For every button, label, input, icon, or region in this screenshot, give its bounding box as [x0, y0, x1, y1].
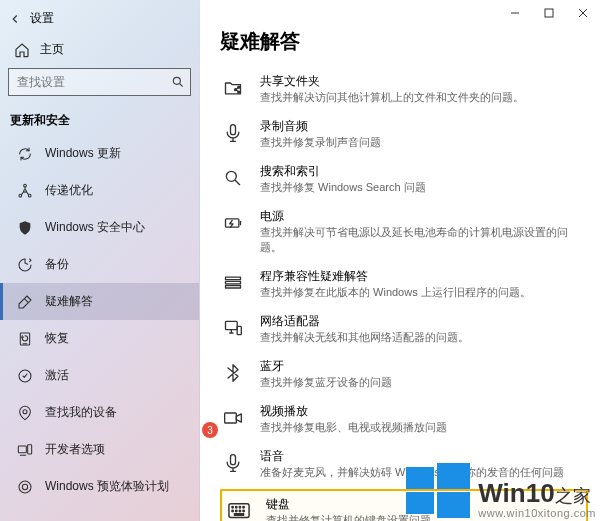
- sidebar-item-find[interactable]: 查找我的设备: [0, 394, 199, 431]
- troubleshooter-video[interactable]: 视频播放 查找并修复电影、电视或视频播放问题: [220, 399, 588, 440]
- microphone-icon: [220, 120, 246, 146]
- svg-point-28: [232, 507, 233, 508]
- svg-rect-17: [231, 125, 236, 135]
- maximize-button[interactable]: [532, 0, 566, 26]
- app-title: 设置: [30, 10, 54, 27]
- troubleshooter-title: 搜索和索引: [260, 164, 582, 180]
- troubleshooter-title: 蓝牙: [260, 359, 582, 375]
- svg-rect-36: [234, 514, 243, 515]
- sidebar-item-label: 激活: [45, 367, 69, 384]
- troubleshooter-title: 共享文件夹: [260, 74, 582, 90]
- sidebar-item-activation[interactable]: 激活: [0, 357, 199, 394]
- network-icon: [220, 315, 246, 341]
- home-button[interactable]: 主页: [0, 33, 199, 68]
- window-controls: [498, 0, 600, 26]
- compat-icon: [220, 270, 246, 296]
- sidebar-item-label: 查找我的设备: [45, 404, 117, 421]
- sidebar-item-troubleshoot[interactable]: 疑难解答: [0, 283, 199, 320]
- troubleshooter-microphone[interactable]: 录制音频 查找并修复录制声音问题: [220, 114, 588, 155]
- troubleshooter-title: 录制音频: [260, 119, 582, 135]
- home-icon: [14, 42, 30, 58]
- dev-icon: [17, 442, 33, 458]
- troubleshooter-title: 程序兼容性疑难解答: [260, 269, 582, 285]
- troubleshooter-power[interactable]: 电源 查找并解决可节省电源以及延长电池寿命的计算机电源设置的问题。: [220, 204, 588, 260]
- troubleshooter-desc: 查找并解决访问其他计算机上的文件和文件夹的问题。: [260, 90, 582, 105]
- svg-rect-21: [226, 282, 241, 285]
- sidebar-item-label: 传递优化: [45, 182, 93, 199]
- troubleshooter-folder-share[interactable]: 共享文件夹 查找并解决访问其他计算机上的文件和文件夹的问题。: [220, 69, 588, 110]
- sidebar-item-backup[interactable]: 备份: [0, 246, 199, 283]
- page-title: 疑难解答: [220, 28, 588, 55]
- sidebar-item-label: Windows 安全中心: [45, 219, 145, 236]
- troubleshooter-desc: 查找并修复 Windows Search 问题: [260, 180, 582, 195]
- troubleshooter-title: 电源: [260, 209, 582, 225]
- sidebar-item-delivery[interactable]: 传递优化: [0, 172, 199, 209]
- svg-point-18: [226, 171, 236, 181]
- svg-rect-13: [545, 9, 553, 17]
- svg-rect-8: [18, 446, 26, 453]
- troubleshooter-desc: 查找并修复电影、电视或视频播放问题: [260, 420, 582, 435]
- win10-logo-icon: [406, 461, 470, 519]
- search-icon: [220, 165, 246, 191]
- close-button[interactable]: [566, 0, 600, 26]
- titlebar: 设置: [0, 0, 199, 33]
- backup-icon: [17, 257, 33, 273]
- troubleshooter-desc: 查找并修复蓝牙设备的问题: [260, 375, 582, 390]
- svg-point-11: [22, 484, 27, 489]
- svg-rect-39: [406, 492, 434, 514]
- delivery-icon: [17, 183, 33, 199]
- svg-point-3: [28, 194, 31, 197]
- svg-point-0: [173, 77, 180, 84]
- keyboard-icon: [226, 498, 252, 521]
- svg-point-33: [236, 511, 237, 512]
- svg-rect-40: [437, 492, 470, 518]
- recovery-icon: [17, 331, 33, 347]
- section-label: 更新和安全: [0, 102, 199, 135]
- back-icon[interactable]: [8, 12, 22, 26]
- troubleshooter-bluetooth[interactable]: 蓝牙 查找并修复蓝牙设备的问题: [220, 354, 588, 395]
- sidebar-item-label: Windows 更新: [45, 145, 121, 162]
- search-wrap: [8, 68, 191, 96]
- troubleshooter-compat[interactable]: 程序兼容性疑难解答 查找并修复在此版本的 Windows 上运行旧程序的问题。: [220, 264, 588, 305]
- svg-rect-26: [231, 455, 236, 465]
- power-icon: [220, 210, 246, 236]
- watermark: Win10 之家 www.win10xitong.com: [406, 461, 596, 519]
- svg-point-2: [19, 194, 22, 197]
- troubleshooter-desc: 查找并修复录制声音问题: [260, 135, 582, 150]
- svg-point-32: [232, 511, 233, 512]
- sidebar-item-label: 疑难解答: [45, 293, 93, 310]
- sidebar-item-insider[interactable]: Windows 预览体验计划: [0, 468, 199, 505]
- sidebar-item-dev[interactable]: 开发者选项: [0, 431, 199, 468]
- watermark-url: www.win10xitong.com: [478, 508, 596, 519]
- troubleshooter-desc: 查找并修复在此版本的 Windows 上运行旧程序的问题。: [260, 285, 582, 300]
- sidebar: 设置 主页 更新和安全 Windows 更新 传递优化 Windows 安全中心: [0, 0, 200, 521]
- sidebar-item-shield[interactable]: Windows 安全中心: [0, 209, 199, 246]
- insider-icon: [17, 479, 33, 495]
- sidebar-item-label: 恢复: [45, 330, 69, 347]
- home-label: 主页: [40, 41, 64, 58]
- activation-icon: [17, 368, 33, 384]
- troubleshoot-icon: [17, 294, 33, 310]
- sidebar-item-label: 备份: [45, 256, 69, 273]
- troubleshooter-list: 共享文件夹 查找并解决访问其他计算机上的文件和文件夹的问题。 录制音频 查找并修…: [220, 69, 588, 521]
- find-icon: [17, 405, 33, 421]
- troubleshooter-network[interactable]: 网络适配器 查找并解决无线和其他网络适配器的问题。: [220, 309, 588, 350]
- svg-point-7: [23, 409, 27, 413]
- svg-rect-24: [237, 327, 241, 335]
- search-icon: [171, 75, 185, 89]
- video-icon: [220, 405, 246, 431]
- svg-point-10: [19, 481, 31, 493]
- svg-rect-37: [406, 467, 434, 489]
- troubleshooter-search[interactable]: 搜索和索引 查找并修复 Windows Search 问题: [220, 159, 588, 200]
- content-area: 疑难解答 共享文件夹 查找并解决访问其他计算机上的文件和文件夹的问题。 录制音频…: [200, 0, 600, 521]
- minimize-button[interactable]: [498, 0, 532, 26]
- watermark-brand-zh: 之家: [555, 487, 591, 505]
- shield-icon: [17, 220, 33, 236]
- svg-rect-9: [28, 444, 32, 453]
- sidebar-item-sync[interactable]: Windows 更新: [0, 135, 199, 172]
- search-input[interactable]: [8, 68, 191, 96]
- svg-point-31: [243, 507, 244, 508]
- troubleshooter-desc: 查找并解决可节省电源以及延长电池寿命的计算机电源设置的问题。: [260, 225, 582, 256]
- folder-share-icon: [220, 75, 246, 101]
- sidebar-item-recovery[interactable]: 恢复: [0, 320, 199, 357]
